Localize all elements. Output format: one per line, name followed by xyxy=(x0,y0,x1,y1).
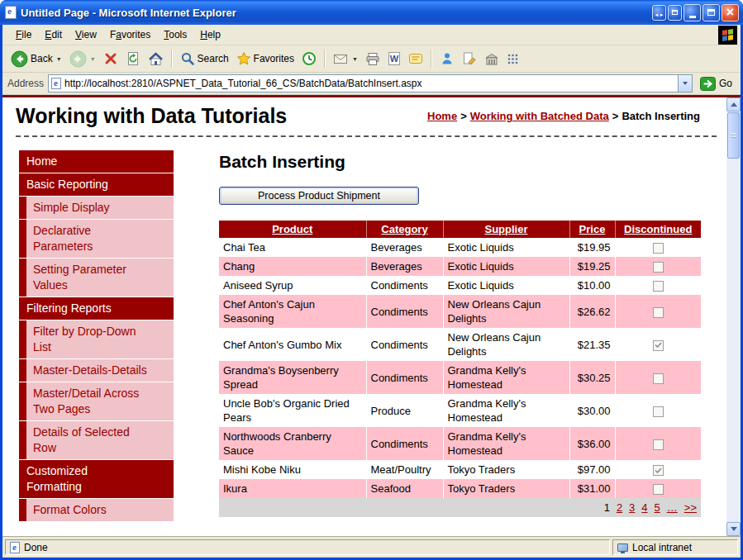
refresh-button[interactable] xyxy=(122,50,144,68)
title-bar[interactable]: Untitled Page - Microsoft Internet Explo… xyxy=(0,0,743,25)
sidebar-item-customized-formatting[interactable]: Customized Formatting xyxy=(19,460,174,499)
toolbar-separator xyxy=(324,50,326,68)
column-header-discontinued: Discontinued xyxy=(615,221,701,238)
sort-link-discontinued[interactable]: Discontinued xyxy=(624,223,692,235)
sidebar-item-master-details-details[interactable]: Master-Details-Details xyxy=(19,359,174,382)
status-text: Done xyxy=(24,542,48,553)
address-input[interactable]: http://localhost:2810/ASPNET_Data_Tutori… xyxy=(48,74,693,93)
toolbar-separator xyxy=(171,50,173,68)
pager-link-[interactable]: … xyxy=(667,501,678,514)
search-button[interactable]: Search xyxy=(177,50,232,68)
sidebar-item-label: Simple Display xyxy=(26,197,174,219)
cell-price: $97.00 xyxy=(569,460,615,479)
sidebar-item-master-detail-across-two-pages[interactable]: Master/Detail Across Two Pages xyxy=(19,382,174,421)
menu-help[interactable]: Help xyxy=(193,26,227,43)
search-icon xyxy=(180,51,195,66)
mail-button[interactable]: ▼ xyxy=(330,50,361,67)
sidebar-item-setting-parameter-values[interactable]: Setting Parameter Values xyxy=(19,259,174,297)
menu-edit[interactable]: Edit xyxy=(38,26,69,43)
page-content: Working with Data Tutorials Home>Working… xyxy=(2,97,726,536)
sidebar-item-simple-display[interactable]: Simple Display xyxy=(19,197,174,220)
scroll-up-button[interactable] xyxy=(726,97,741,112)
sidebar-item-filtering-reports[interactable]: Filtering Reports xyxy=(19,297,174,320)
cell-discontinued xyxy=(615,257,701,276)
sidebar-item-details-of-selected-row[interactable]: Details of Selected Row xyxy=(19,421,174,460)
sidebar-item-declarative-parameters[interactable]: Declarative Parameters xyxy=(19,220,174,259)
cell-supplier: Grandma Kelly's Homestead xyxy=(443,394,569,427)
cell-product: Chef Anton's Gumbo Mix xyxy=(219,328,366,361)
cell-supplier: Grandma Kelly's Homestead xyxy=(443,427,569,460)
cell-product: Grandma's Boysenberry Spread xyxy=(219,361,366,394)
table-header-row: ProductCategorySupplierPriceDiscontinued xyxy=(219,221,701,238)
table-row: Chef Anton's Gumbo MixCondimentsNew Orle… xyxy=(219,328,701,361)
address-dropdown-button[interactable] xyxy=(678,75,692,92)
history-button[interactable] xyxy=(298,50,320,68)
maximize-button[interactable] xyxy=(703,4,720,21)
minimize-icon xyxy=(689,16,696,18)
sort-link-category[interactable]: Category xyxy=(381,223,427,235)
column-header-product: Product xyxy=(219,221,366,238)
discuss-button[interactable] xyxy=(405,50,426,67)
pager-link-2[interactable]: 2 xyxy=(617,501,622,514)
minimize-button[interactable] xyxy=(683,4,701,21)
breadcrumb-separator: > xyxy=(612,110,619,122)
breadcrumb-item-home[interactable]: Home xyxy=(427,110,457,122)
menu-favorites[interactable]: Favorites xyxy=(103,26,157,43)
vertical-scrollbar[interactable] xyxy=(726,97,741,536)
home-button[interactable] xyxy=(145,50,167,69)
sort-link-product[interactable]: Product xyxy=(272,223,312,235)
cell-price: $31.00 xyxy=(569,479,615,498)
back-button[interactable]: Back▼ xyxy=(7,49,65,69)
scroll-track[interactable] xyxy=(726,159,741,522)
sidebar-indent-stripe xyxy=(19,359,26,382)
column-header-price: Price xyxy=(569,221,615,238)
menu-tools[interactable]: Tools xyxy=(157,26,193,43)
discontinued-checkbox xyxy=(653,439,664,450)
process-product-shipment-button[interactable]: Process Product Shipment xyxy=(219,187,419,205)
menu-file[interactable]: File xyxy=(9,26,38,43)
cell-product: Ikura xyxy=(219,479,366,498)
sidebar-indent-stripe xyxy=(19,220,26,258)
close-button[interactable] xyxy=(722,4,739,21)
cell-price: $30.25 xyxy=(569,361,615,394)
pager-link-3[interactable]: 3 xyxy=(629,501,635,514)
messenger-button[interactable] xyxy=(436,50,458,68)
refresh-icon xyxy=(126,51,141,66)
sort-link-price[interactable]: Price xyxy=(579,223,606,235)
breadcrumb-item-working-with-batched-data[interactable]: Working with Batched Data xyxy=(470,110,609,122)
sidebar-indent-stripe xyxy=(19,320,26,358)
quick-launch-button[interactable] xyxy=(503,51,522,67)
sort-link-supplier[interactable]: Supplier xyxy=(484,223,527,235)
encarta-button[interactable] xyxy=(481,50,502,68)
research-icon xyxy=(462,51,477,66)
menu-view[interactable]: View xyxy=(69,26,103,43)
pager-link-5[interactable]: 5 xyxy=(655,501,660,514)
sidebar-item-format-colors[interactable]: Format Colors xyxy=(19,499,174,522)
sidebar-item-filter-by-drop-down-list[interactable]: Filter by Drop-Down List xyxy=(19,320,174,359)
sidebar-item-label: Declarative Parameters xyxy=(26,220,174,258)
research-button[interactable] xyxy=(459,50,480,68)
favorites-button[interactable]: Favorites xyxy=(233,50,298,68)
scroll-down-icon xyxy=(731,527,737,531)
toolbar-separator xyxy=(431,50,432,68)
chevron-down-icon: ▼ xyxy=(352,56,358,62)
cell-price: $10.00 xyxy=(569,276,615,295)
go-button[interactable]: Go xyxy=(697,77,736,91)
edit-button[interactable]: W xyxy=(384,50,404,68)
title-arrows-button[interactable] xyxy=(652,5,666,21)
done-page-icon xyxy=(10,542,20,553)
pager-link-4[interactable]: 4 xyxy=(641,501,647,514)
favorites-button-label: Favorites xyxy=(254,53,294,64)
sidebar-item-basic-reporting[interactable]: Basic Reporting xyxy=(19,173,174,197)
print-button[interactable] xyxy=(362,50,383,68)
discontinued-checkbox xyxy=(653,340,664,351)
title-window-button[interactable] xyxy=(668,5,682,21)
page-title: Working with Data Tutorials xyxy=(16,104,287,128)
sidebar-item-home[interactable]: Home xyxy=(19,150,174,173)
scroll-down-button[interactable] xyxy=(726,522,741,536)
scroll-thumb[interactable] xyxy=(727,112,740,159)
cell-supplier: Tokyo Traders xyxy=(443,479,569,498)
cell-discontinued xyxy=(615,460,701,479)
stop-button[interactable] xyxy=(100,50,121,68)
pager-link-[interactable]: >> xyxy=(684,501,697,514)
